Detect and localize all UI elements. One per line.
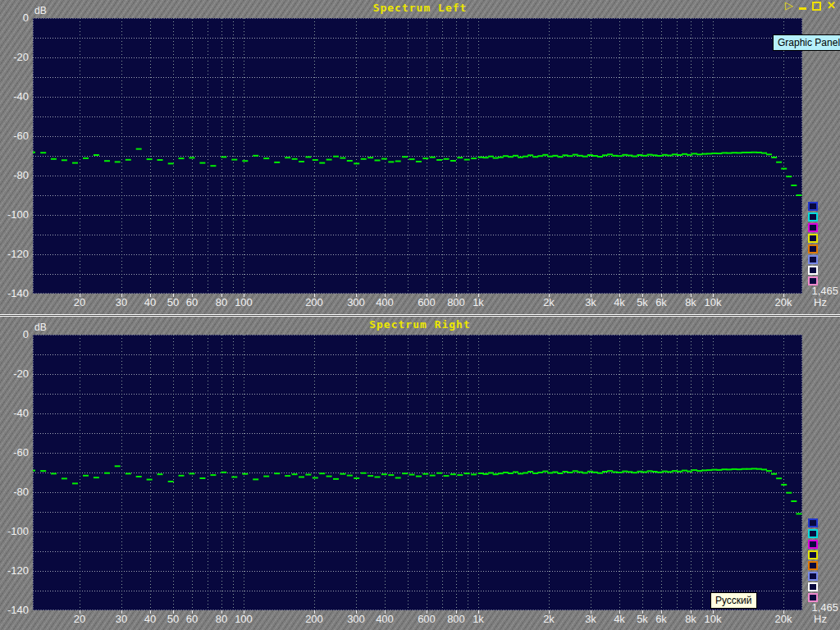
- y-axis-unit-label: dB: [34, 322, 47, 333]
- russian-tooltip: Русский: [710, 592, 757, 609]
- legend-color-column: [808, 518, 818, 602]
- spectrum-plot[interactable]: [33, 18, 802, 294]
- x-axis-label: 60: [176, 613, 208, 625]
- legend-swatch[interactable]: [808, 212, 818, 221]
- legend-swatch[interactable]: [808, 244, 818, 253]
- y-axis-label: -60: [0, 130, 29, 142]
- x-axis-label: 20: [64, 296, 95, 308]
- x-axis-label: 30: [106, 296, 137, 308]
- x-axis-label: 2k: [533, 296, 564, 308]
- y-axis-label: -80: [0, 486, 29, 498]
- x-axis-label: 300: [340, 613, 372, 625]
- x-axis-label: 10k: [697, 613, 728, 625]
- legend-swatch[interactable]: [808, 518, 818, 527]
- y-axis-label: 0: [0, 328, 29, 340]
- x-axis-label: 20k: [768, 296, 799, 308]
- y-axis-label: -100: [0, 208, 29, 221]
- y-axis-label: -140: [0, 604, 29, 616]
- x-axis-label: 6k: [646, 613, 677, 625]
- legend-swatch[interactable]: [808, 561, 818, 570]
- spectrum-trace-svg: [33, 18, 802, 294]
- x-axis-unit-label: Hz: [814, 296, 827, 308]
- x-axis-label: 6k: [646, 296, 677, 308]
- close-icon[interactable]: ✕: [827, 1, 836, 11]
- legend-swatch[interactable]: [808, 540, 818, 549]
- y-axis-label: -40: [0, 407, 29, 419]
- x-axis-label: 100: [228, 296, 259, 308]
- x-axis-label: 20k: [768, 613, 799, 625]
- spectrum-right-panel: Spectrum Right dB 0-20-40-60-80-100-120-…: [0, 317, 840, 630]
- x-axis-label: 600: [411, 296, 442, 308]
- y-axis-label: -60: [0, 446, 29, 459]
- spectrum-analyzer-window: Spectrum Left dB 0-20-40-60-80-100-120-1…: [0, 0, 840, 630]
- y-axis-label: -20: [0, 51, 29, 63]
- y-axis-label: -20: [0, 368, 29, 380]
- x-axis-label: 400: [369, 296, 400, 308]
- panel-title: Spectrum Right: [0, 318, 840, 331]
- frequency-readout: 1,465: [804, 601, 838, 614]
- y-axis-label: -40: [0, 90, 29, 103]
- y-axis-label: -80: [0, 169, 29, 181]
- legend-swatch[interactable]: [808, 223, 818, 232]
- graphic-panel-tooltip: Graphic Panel: [773, 34, 840, 51]
- legend-swatch[interactable]: [808, 529, 818, 538]
- x-axis-label: 3k: [575, 613, 606, 625]
- x-axis-label: 10k: [697, 296, 728, 308]
- y-axis-label: -120: [0, 564, 29, 577]
- y-axis-label: -140: [0, 287, 29, 299]
- y-axis-label: -100: [0, 525, 29, 537]
- legend-swatch[interactable]: [808, 255, 818, 264]
- spectrum-left-panel: Spectrum Left dB 0-20-40-60-80-100-120-1…: [0, 0, 840, 315]
- x-axis-label: 100: [228, 613, 259, 625]
- x-axis-label: 600: [411, 613, 442, 625]
- play-icon[interactable]: ▷: [785, 1, 793, 11]
- frequency-readout: 1,465: [804, 285, 838, 297]
- minimize-icon[interactable]: [799, 7, 806, 10]
- legend-swatch[interactable]: [808, 582, 818, 591]
- x-axis-label: 300: [340, 296, 372, 308]
- y-axis-label: -120: [0, 248, 29, 260]
- x-axis-label: 60: [176, 296, 208, 308]
- spectrum-trace-svg: [33, 335, 802, 610]
- y-axis-unit-label: dB: [34, 5, 47, 16]
- x-axis-label: 200: [299, 296, 330, 308]
- x-axis-label: 1k: [463, 613, 494, 625]
- spectrum-plot[interactable]: [33, 335, 802, 610]
- legend-swatch[interactable]: [808, 266, 818, 275]
- x-axis-label: 2k: [533, 613, 564, 625]
- maximize-icon[interactable]: [812, 2, 821, 11]
- x-axis-label: 3k: [575, 296, 606, 308]
- legend-swatch[interactable]: [808, 572, 818, 581]
- x-axis-label: 1k: [463, 296, 494, 308]
- x-axis-label: 200: [299, 613, 330, 625]
- legend-swatch[interactable]: [808, 202, 818, 211]
- panel-title: Spectrum Left: [0, 2, 840, 14]
- x-axis-label: 400: [369, 613, 400, 625]
- window-controls: ▷ ✕: [785, 1, 836, 11]
- legend-swatch[interactable]: [808, 550, 818, 559]
- x-axis-label: 30: [106, 613, 137, 625]
- y-axis-label: 0: [0, 11, 29, 24]
- x-axis-label: 20: [64, 613, 95, 625]
- legend-swatch[interactable]: [808, 234, 818, 243]
- x-axis-unit-label: Hz: [814, 613, 827, 625]
- legend-color-column: [808, 202, 818, 285]
